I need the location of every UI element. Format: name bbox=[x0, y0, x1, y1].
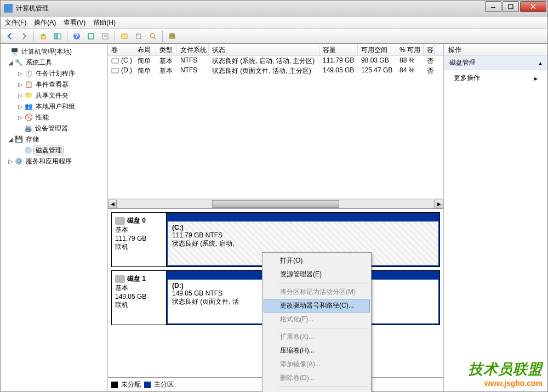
volume-list[interactable]: (C:) 简单 基本 NTFS 状态良好 (系统, 启动, 活动, 主分区) 1… bbox=[108, 56, 443, 198]
legend-swatch-primary bbox=[144, 382, 151, 388]
tree-system-tools[interactable]: ◢🔧系统工具 bbox=[1, 57, 107, 68]
col-capacity[interactable]: 容量 bbox=[319, 44, 358, 55]
context-menu: 打开(O) 资源管理器(E) 将分区标记为活动分区(M) 更改驱动器号和路径(C… bbox=[262, 252, 372, 392]
tree-disk-management[interactable]: 💿磁盘管理 bbox=[1, 145, 107, 156]
disk-icon bbox=[115, 275, 125, 283]
chevron-right-icon: ▸ bbox=[534, 75, 538, 82]
tree-local-users[interactable]: ▷👥本地用户和组 bbox=[1, 101, 107, 112]
svg-rect-5 bbox=[54, 33, 57, 39]
toolbar: ? bbox=[0, 29, 548, 44]
cm-properties[interactable]: 属性(P) bbox=[264, 389, 370, 392]
menu-file[interactable]: 文件(F) bbox=[5, 18, 26, 27]
svg-rect-6 bbox=[58, 33, 61, 39]
svg-rect-13 bbox=[122, 34, 127, 38]
col-filesystem[interactable]: 文件系统 bbox=[177, 44, 209, 55]
actions-more[interactable]: 更多操作 ▸ bbox=[444, 70, 547, 86]
cm-extend: 扩展卷(X)... bbox=[264, 330, 370, 344]
tree-shared-folders[interactable]: ▷📁共享文件夹 bbox=[1, 90, 107, 101]
tool-icon-1[interactable] bbox=[118, 30, 130, 42]
scroll-thumb[interactable] bbox=[212, 200, 339, 208]
cm-format: 格式化(F)... bbox=[264, 313, 370, 326]
col-percent[interactable]: % 可用 bbox=[396, 44, 424, 55]
horizontal-scrollbar[interactable]: ◀ ▶ bbox=[108, 198, 443, 208]
tree-event-viewer[interactable]: ▷📋事件查看器 bbox=[1, 79, 107, 90]
svg-line-16 bbox=[154, 37, 156, 39]
svg-rect-4 bbox=[41, 35, 45, 39]
menu-help[interactable]: 帮助(H) bbox=[93, 18, 116, 27]
cm-change-drive-letter[interactable]: 更改驱动器号和路径(C)... bbox=[264, 299, 370, 313]
collapse-icon[interactable]: ▴ bbox=[539, 59, 542, 67]
menu-view[interactable]: 查看(V) bbox=[64, 18, 85, 27]
menu-bar: 文件(F) 操作(A) 查看(V) 帮助(H) bbox=[0, 16, 548, 29]
legend-unallocated: 未分配 bbox=[121, 380, 141, 389]
forward-button[interactable] bbox=[18, 30, 30, 42]
tree-services-apps[interactable]: ▷⚙️服务和应用程序 bbox=[1, 156, 107, 167]
col-free[interactable]: 可用空间 bbox=[358, 44, 396, 55]
disk-icon bbox=[115, 217, 125, 225]
volume-list-header: 卷 布局 类型 文件系统 状态 容量 可用空间 % 可用 容 bbox=[108, 44, 443, 56]
scroll-right-arrow[interactable]: ▶ bbox=[435, 200, 443, 208]
volume-row[interactable]: (C:) 简单 基本 NTFS 状态良好 (系统, 启动, 活动, 主分区) 1… bbox=[108, 56, 443, 66]
back-button[interactable] bbox=[4, 30, 16, 42]
cm-mark-active: 将分区标记为活动分区(M) bbox=[264, 285, 370, 299]
volume-icon bbox=[111, 68, 119, 73]
help-button[interactable]: ? bbox=[71, 30, 83, 42]
disk-info: 磁盘 0 基本 111.79 GB 联机 bbox=[112, 213, 167, 266]
cm-open[interactable]: 打开(O) bbox=[264, 254, 370, 268]
svg-rect-9 bbox=[88, 33, 94, 39]
title-bar: 计算机管理 bbox=[0, 0, 548, 16]
menu-action[interactable]: 操作(A) bbox=[34, 18, 56, 27]
tree-performance[interactable]: ▷🚫性能 bbox=[1, 112, 107, 123]
disk-info: 磁盘 1 基本 149.05 GB 联机 bbox=[112, 271, 167, 325]
refresh-icon[interactable] bbox=[85, 30, 97, 42]
scroll-left-arrow[interactable]: ◀ bbox=[108, 200, 117, 208]
tree-root[interactable]: 🖥️计算机管理(本地) bbox=[1, 46, 107, 57]
svg-rect-1 bbox=[509, 4, 513, 9]
tree-device-manager[interactable]: 🖨️设备管理器 bbox=[1, 123, 107, 134]
actions-title[interactable]: 磁盘管理 ▴ bbox=[444, 56, 547, 70]
window-title: 计算机管理 bbox=[16, 4, 485, 13]
col-layout[interactable]: 布局 bbox=[134, 44, 156, 55]
close-button[interactable] bbox=[520, 1, 546, 12]
actions-header: 操作 bbox=[444, 44, 547, 56]
volume-row[interactable]: (D:) 简单 基本 NTFS 状态良好 (页面文件, 活动, 主分区) 149… bbox=[108, 66, 443, 76]
minimize-button[interactable] bbox=[485, 1, 501, 12]
legend-swatch-unallocated bbox=[111, 382, 118, 388]
cm-add-mirror: 添加镜像(A)... bbox=[264, 357, 370, 371]
col-overhead[interactable]: 容 bbox=[424, 44, 435, 55]
navigation-tree[interactable]: 🖥️计算机管理(本地) ◢🔧系统工具 ▷⏱️任务计划程序 ▷📋事件查看器 ▷📁共… bbox=[1, 44, 108, 391]
tree-storage[interactable]: ◢💾存储 bbox=[1, 134, 107, 145]
svg-point-15 bbox=[150, 33, 155, 38]
actions-pane: 操作 磁盘管理 ▴ 更多操作 ▸ bbox=[443, 44, 547, 391]
volume-icon bbox=[111, 58, 119, 64]
svg-rect-18 bbox=[170, 33, 174, 35]
col-type[interactable]: 类型 bbox=[156, 44, 177, 55]
tree-task-scheduler[interactable]: ▷⏱️任务计划程序 bbox=[1, 68, 107, 79]
tool-icon-3[interactable] bbox=[147, 30, 159, 42]
maximize-button[interactable] bbox=[503, 1, 519, 12]
col-status[interactable]: 状态 bbox=[209, 44, 319, 55]
up-button[interactable] bbox=[37, 30, 49, 42]
cm-shrink[interactable]: 压缩卷(H)... bbox=[264, 344, 370, 357]
show-hide-tree-button[interactable] bbox=[52, 30, 64, 42]
legend-primary: 主分区 bbox=[154, 380, 174, 389]
col-volume[interactable]: 卷 bbox=[108, 44, 134, 55]
cm-explorer[interactable]: 资源管理器(E) bbox=[264, 268, 370, 281]
app-icon bbox=[4, 4, 13, 13]
cm-delete: 删除卷(D)... bbox=[264, 371, 370, 385]
tool-icon-4[interactable] bbox=[166, 30, 178, 42]
svg-text:?: ? bbox=[75, 32, 78, 40]
tool-icon-2[interactable] bbox=[133, 30, 145, 42]
properties-icon[interactable] bbox=[99, 30, 111, 42]
